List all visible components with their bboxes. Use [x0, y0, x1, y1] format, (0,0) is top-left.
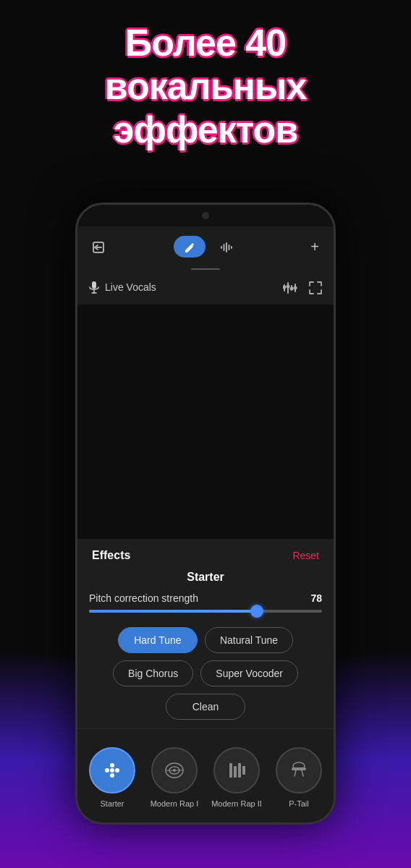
preset-modern-rap-1[interactable]: Modern Rap I	[148, 747, 200, 808]
preset-starter[interactable]: Starter	[86, 747, 138, 808]
svg-point-16	[290, 286, 294, 290]
expand-icon[interactable]	[309, 280, 322, 295]
svg-point-17	[294, 286, 297, 289]
svg-point-20	[115, 768, 119, 773]
svg-point-21	[110, 763, 114, 767]
pitch-label-row: Pitch correction strength 78	[89, 592, 322, 604]
slider-fill	[89, 610, 257, 613]
svg-point-14	[283, 285, 287, 289]
vocals-label: Live Vocals	[105, 281, 156, 293]
audio-tab[interactable]	[210, 236, 245, 258]
add-button[interactable]: +	[310, 239, 319, 255]
reset-button[interactable]: Reset	[292, 550, 319, 561]
effects-title: Effects	[92, 549, 130, 562]
svg-point-19	[105, 768, 109, 773]
effects-row-3: Clean	[166, 694, 245, 720]
phone-screen: + Live Vocals	[77, 205, 334, 822]
starter-label: Starter	[100, 799, 124, 808]
big-chorus-button[interactable]: Big Chorus	[113, 660, 193, 686]
effects-row-1: Hard Tune Natural Tune	[118, 627, 293, 653]
modern-rap-1-icon-wrap	[151, 747, 198, 793]
pitch-section: Pitch correction strength 78	[77, 592, 334, 621]
pitch-label: Pitch correction strength	[89, 592, 198, 604]
modern-rap-1-label: Modern Rap I	[151, 799, 199, 808]
svg-rect-6	[231, 246, 232, 249]
back-button[interactable]	[92, 238, 108, 255]
clean-button[interactable]: Clean	[166, 694, 245, 720]
natural-tune-button[interactable]: Natural Tune	[205, 627, 293, 653]
pitch-value: 78	[310, 592, 322, 604]
mic-icon	[89, 281, 99, 294]
effects-row-2: Big Chorus Super Vocoder	[113, 660, 298, 686]
presets-bar: Starter Modern Rap I	[77, 728, 334, 822]
svg-point-18	[110, 768, 114, 773]
svg-rect-30	[242, 766, 245, 775]
camera-dot	[202, 212, 209, 219]
equalizer-icon[interactable]	[283, 280, 297, 295]
svg-line-34	[302, 770, 303, 776]
p-tail-icon-wrap	[276, 747, 322, 793]
effects-panel: Effects Reset Starter Pitch correction s…	[77, 539, 334, 728]
svg-rect-5	[229, 244, 230, 250]
svg-point-15	[287, 284, 290, 288]
phone-frame: + Live Vocals	[75, 203, 336, 825]
preset-modern-rap-2[interactable]: Modern Rap II	[211, 747, 263, 808]
modern-rap-2-label: Modern Rap II	[211, 799, 262, 808]
preset-name-label: Starter	[77, 568, 334, 592]
vocals-controls	[283, 280, 322, 295]
top-nav: +	[77, 226, 334, 267]
pitch-slider[interactable]	[89, 610, 322, 613]
phone-top-bar	[77, 205, 334, 226]
svg-rect-3	[224, 244, 225, 251]
audio-tab-icon	[220, 240, 234, 253]
nav-tabs	[174, 236, 245, 258]
svg-line-33	[295, 770, 296, 776]
vocals-label-group: Live Vocals	[89, 281, 156, 294]
svg-rect-27	[229, 763, 232, 778]
edit-tab-icon	[184, 240, 195, 253]
vocals-bar: Live Vocals	[77, 270, 334, 305]
preset-p-tail[interactable]: P-Tail	[273, 747, 325, 808]
hero-title: Более 40 вокальных эффектов	[29, 22, 382, 151]
slider-thumb[interactable]	[250, 605, 263, 618]
effects-header: Effects Reset	[77, 539, 334, 568]
starter-icon-wrap	[89, 747, 135, 793]
modern-rap-2-icon-wrap	[213, 747, 260, 793]
svg-rect-7	[92, 281, 96, 289]
display-area	[77, 305, 334, 539]
effects-buttons-grid: Hard Tune Natural Tune Big Chorus Super …	[77, 621, 334, 728]
p-tail-label: P-Tail	[289, 799, 309, 808]
svg-point-22	[110, 773, 114, 778]
edit-tab[interactable]	[174, 236, 206, 258]
super-vocoder-button[interactable]: Super Vocoder	[200, 660, 298, 686]
hero-section: Более 40 вокальных эффектов	[0, 22, 411, 151]
svg-rect-4	[226, 242, 227, 252]
svg-rect-2	[221, 246, 222, 249]
hard-tune-button[interactable]: Hard Tune	[118, 627, 198, 653]
svg-rect-29	[238, 763, 241, 778]
svg-rect-28	[234, 766, 237, 778]
